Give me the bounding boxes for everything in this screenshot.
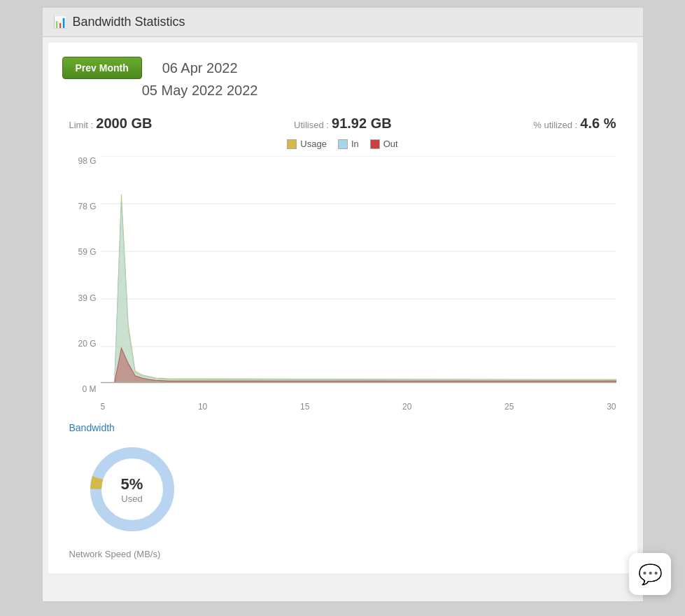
legend-usage: Usage [287,139,327,149]
donut-section: 5% Used [62,433,623,545]
donut-center: 5% Used [121,475,143,504]
y-axis: 98 G 78 G 59 G 39 G 20 G 0 M [62,156,101,394]
in-color-box [338,139,348,149]
page-title: Bandwidth Statistics [73,15,185,29]
legend-out: Out [370,139,398,149]
usage-label: Usage [300,139,327,149]
bandwidth-section-label: Bandwidth [62,422,623,433]
network-speed-label: Network Speed (MB/s) [62,549,623,559]
top-controls: Prev Month 06 Apr 2022 05 May 2022 2022 [62,57,623,102]
date-line-2: 05 May 2022 2022 [142,79,258,102]
stats-row: Limit : 2000 GB Utilised : 91.92 GB % ut… [62,115,623,132]
chart-legend: Usage In Out [62,139,623,149]
chart-svg-container [101,156,616,394]
donut-chart: 5% Used [83,440,181,538]
bandwidth-card: 📊 Bandwidth Statistics Prev Month 06 Apr… [42,7,644,602]
pct-value: 4.6 % [580,115,616,131]
svg-marker-8 [101,348,616,382]
x-label-10: 10 [198,402,207,412]
y-label-0: 0 M [82,384,96,394]
y-label-39: 39 G [78,293,96,303]
y-label-59: 59 G [78,247,96,257]
x-axis: 5 10 15 20 25 30 [101,398,616,415]
in-label: In [351,139,359,149]
y-label-20: 20 G [78,339,96,349]
x-label-5: 5 [101,402,106,412]
date-line-1: 06 Apr 2022 [142,57,258,79]
svg-marker-6 [101,195,616,383]
svg-marker-7 [101,202,616,383]
prev-month-button[interactable]: Prev Month [62,57,142,79]
y-label-78: 78 G [78,202,96,211]
pct-stat: % utilized : 4.6 % [533,115,616,132]
date-range: 06 Apr 2022 05 May 2022 2022 [142,57,258,102]
card-body: Prev Month 06 Apr 2022 05 May 2022 2022 … [48,43,637,573]
out-color-box [370,139,380,149]
y-label-98: 98 G [78,156,96,166]
x-label-25: 25 [504,402,514,412]
x-label-30: 30 [607,402,616,412]
bandwidth-chart: 98 G 78 G 59 G 39 G 20 G 0 M [62,156,623,415]
limit-label: Limit : [69,120,94,130]
x-label-20: 20 [402,402,411,412]
limit-stat: Limit : 2000 GB [69,115,153,132]
bandwidth-icon: 📊 [53,15,67,29]
chat-icon: 💬 [638,563,663,586]
out-label: Out [383,139,398,149]
utilised-value: 91.92 GB [332,115,392,131]
legend-in: In [338,139,359,149]
donut-percentage: 5% [121,475,143,493]
donut-used-label: Used [121,493,143,504]
utilised-stat: Utilised : 91.92 GB [294,115,392,132]
x-label-15: 15 [300,402,309,412]
pct-label: % utilized : [533,120,577,130]
chat-bubble-button[interactable]: 💬 [629,553,671,595]
limit-value: 2000 GB [96,115,152,131]
usage-color-box [287,139,297,149]
card-header: 📊 Bandwidth Statistics [43,8,643,37]
utilised-label: Utilised : [294,120,329,130]
chart-svg [101,156,616,394]
